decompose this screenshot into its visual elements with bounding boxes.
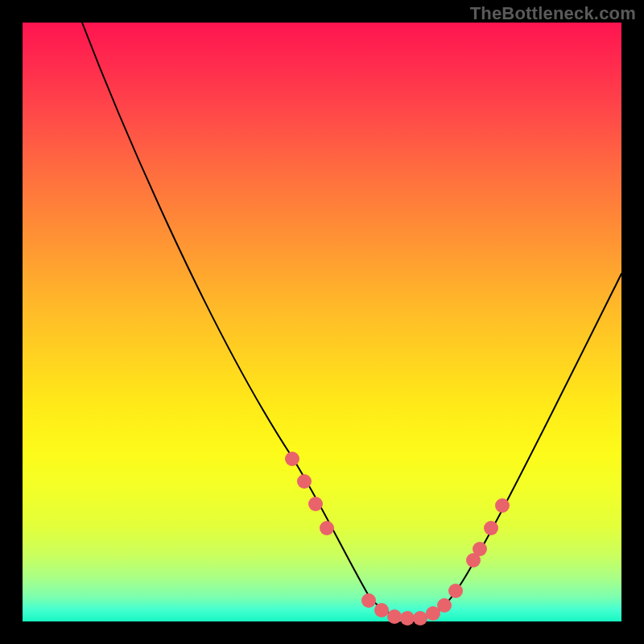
marker-point — [437, 598, 452, 613]
marker-point — [308, 497, 323, 511]
marker-point — [448, 584, 463, 598]
marker-point — [400, 611, 415, 625]
marker-point — [387, 609, 402, 624]
marker-point — [484, 521, 498, 535]
marker-point — [320, 521, 334, 535]
marker-point — [473, 542, 487, 556]
marker-point — [495, 498, 510, 513]
marker-point — [285, 452, 299, 466]
chart-frame: TheBottleneck.com — [0, 0, 644, 644]
marker-group — [285, 452, 510, 625]
bottleneck-curve — [82, 23, 621, 618]
marker-point — [374, 603, 389, 617]
plot-area — [23, 23, 621, 621]
marker-point — [297, 474, 312, 489]
watermark: TheBottleneck.com — [470, 3, 636, 24]
marker-point — [413, 611, 427, 625]
chart-svg — [23, 23, 621, 621]
marker-point — [361, 593, 376, 608]
